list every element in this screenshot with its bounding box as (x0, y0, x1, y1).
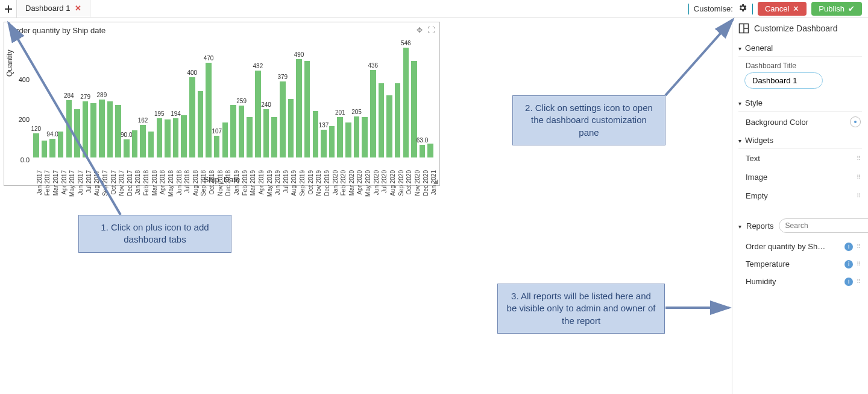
tab-close-button[interactable]: ✕ (75, 4, 81, 13)
resize-handle[interactable] (432, 178, 439, 185)
info-icon[interactable]: i (844, 278, 853, 286)
report-label: Temperature (746, 259, 790, 268)
expand-icon[interactable]: ⛶ (427, 26, 435, 34)
add-tab-button[interactable] (0, 0, 17, 17)
y-axis-label: Quantity (5, 49, 14, 77)
drag-handle-icon[interactable]: ⠿ (857, 278, 862, 285)
chart-card[interactable]: Order quantity by Ship date ✥ ⛶ Quantity… (4, 22, 440, 186)
section-reports-label: Reports (746, 221, 774, 230)
report-label: Order quantity by Sh… (746, 242, 825, 251)
publish-button[interactable]: Publish ✔ (811, 2, 862, 16)
chart-plot: 12094.028427928990.016219519440047010725… (32, 37, 435, 157)
chevron-down-icon (738, 43, 741, 52)
bg-color-swatch[interactable] (850, 116, 861, 127)
layout-icon (738, 23, 749, 34)
move-icon[interactable]: ✥ (417, 26, 423, 34)
drag-handle-icon[interactable]: ⠿ (857, 261, 862, 267)
arrow-3 (663, 302, 735, 314)
cancel-button[interactable]: Cancel ✕ (758, 2, 807, 16)
publish-label: Publish (819, 4, 844, 13)
tab-label: Dashboard 1 (25, 4, 70, 13)
dashboard-title-input[interactable] (744, 72, 823, 89)
widget-item[interactable]: Empty⠿ (738, 186, 862, 205)
customize-sidepanel: Customize Dashboard General Dashboard Ti… (732, 18, 868, 394)
chevron-down-icon (738, 98, 741, 107)
dashboard-tab[interactable]: Dashboard 1 ✕ (17, 0, 90, 17)
chevron-down-icon (738, 136, 741, 145)
dashboard-canvas[interactable]: Order quantity by Ship date ✥ ⛶ Quantity… (0, 18, 732, 394)
cancel-label: Cancel (765, 4, 789, 13)
settings-button[interactable] (738, 3, 747, 14)
reports-search-input[interactable] (779, 218, 868, 233)
widget-item[interactable]: Image⠿ (738, 168, 862, 186)
drag-handle-icon[interactable]: ⠿ (857, 192, 862, 199)
customise-label: Customise: (694, 4, 733, 13)
separator (688, 4, 689, 14)
plus-icon (5, 5, 12, 13)
info-icon[interactable]: i (844, 243, 853, 251)
widget-label: Empty (746, 191, 768, 200)
info-icon[interactable]: i (844, 260, 853, 268)
section-general[interactable]: General (738, 40, 862, 57)
sidepanel-title: Customize Dashboard (754, 24, 838, 33)
gear-icon (738, 3, 747, 13)
section-widgets-label: Widgets (745, 136, 773, 145)
callout-3: 3. All reports will be listed here and b… (497, 284, 665, 334)
report-label: Humidity (746, 277, 776, 286)
dashboard-title-label: Dashboard Title (746, 62, 862, 70)
callout-3-text: 3. All reports will be listed here and b… (507, 291, 656, 326)
widget-label: Image (746, 173, 767, 182)
report-item[interactable]: Temperaturei⠿ (738, 255, 862, 273)
bg-color-label: Background Color (746, 118, 808, 127)
callout-1-text: 1. Click on plus icon to add dashboard t… (101, 222, 209, 244)
y-axis-ticks: 0.0200400 (17, 37, 31, 156)
section-widgets[interactable]: Widgets (738, 132, 862, 149)
section-style-label: Style (745, 98, 763, 107)
x-axis-ticks: Jan 2017Feb 2017Mar 2017Apr 2017May 2017… (32, 156, 433, 177)
separator (752, 4, 753, 14)
chart-title: Order quantity by Ship date (10, 26, 105, 35)
callout-2-text: 2. Click on settings icon to open the da… (525, 103, 653, 138)
callout-2: 2. Click on settings icon to open the da… (512, 95, 665, 145)
section-general-label: General (745, 43, 773, 52)
report-item[interactable]: Humidityi⠿ (738, 273, 862, 290)
x-axis-label: Ship_Date (4, 175, 439, 184)
drag-handle-icon[interactable]: ⠿ (857, 155, 862, 162)
callout-1: 1. Click on plus icon to add dashboard t… (78, 215, 231, 253)
top-bar: Dashboard 1 ✕ Customise: Cancel ✕ Publis… (0, 0, 868, 18)
svg-line-1 (665, 19, 733, 95)
widget-label: Text (746, 154, 760, 163)
drag-handle-icon[interactable]: ⠿ (857, 174, 862, 180)
drag-handle-icon[interactable]: ⠿ (857, 243, 862, 250)
close-icon: ✕ (793, 4, 799, 13)
report-item[interactable]: Order quantity by Sh…i⠿ (738, 238, 862, 255)
chevron-down-icon (738, 221, 741, 230)
widget-item[interactable]: Text⠿ (738, 149, 862, 168)
check-icon: ✔ (848, 4, 855, 13)
section-style[interactable]: Style (738, 95, 862, 112)
